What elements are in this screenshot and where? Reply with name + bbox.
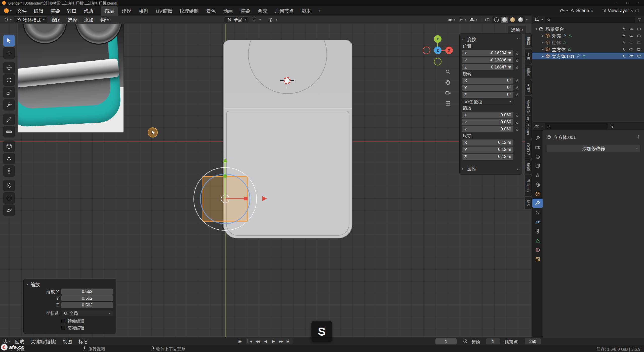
tool-cursor[interactable] xyxy=(3,47,15,59)
lock-icon[interactable] xyxy=(515,113,519,117)
eye-icon[interactable] xyxy=(629,54,634,58)
filter-icon[interactable] xyxy=(610,124,614,128)
tool-randomize[interactable] xyxy=(3,180,15,191)
camera-icon[interactable] xyxy=(637,47,641,52)
camera-icon[interactable] xyxy=(637,54,641,58)
tab-scene[interactable] xyxy=(532,171,543,180)
selectable-icon[interactable] xyxy=(622,41,626,44)
next-keyframe-button[interactable]: ▶▶ xyxy=(277,338,285,344)
end-frame-field[interactable]: 250 xyxy=(525,338,541,344)
gizmo-y-axis-arrow[interactable] xyxy=(223,158,227,162)
rotation-x-field[interactable]: X0° xyxy=(462,78,513,84)
menu-edit[interactable]: 编辑 xyxy=(30,6,47,16)
tab-render[interactable] xyxy=(532,143,543,152)
workspace-tab-modeling[interactable]: 建模 xyxy=(118,6,135,16)
gizmos-dropdown[interactable]: ▾ xyxy=(457,17,467,22)
tool-extrude[interactable] xyxy=(3,165,15,177)
tab-physics[interactable] xyxy=(532,217,543,227)
menu-add[interactable]: 添加 xyxy=(81,16,96,23)
workspace-tab-scripting[interactable]: 脚本 xyxy=(298,6,315,16)
tab-particles[interactable] xyxy=(532,208,543,217)
current-frame-field[interactable]: 1 xyxy=(435,338,457,344)
n-tab-edit[interactable]: 编辑 xyxy=(525,159,532,174)
menu-keying[interactable]: 关键帧(插帧) xyxy=(27,338,60,345)
lock-icon[interactable] xyxy=(515,120,519,124)
play-reverse-button[interactable]: ◀ xyxy=(261,338,269,344)
tool-shear[interactable] xyxy=(3,192,15,204)
axis-neg-y-ball[interactable] xyxy=(434,58,441,65)
n-tab-meshdeform-helper[interactable]: MeshDeform Helper xyxy=(525,96,532,139)
tab-view-layer[interactable] xyxy=(532,161,543,171)
workspace-tab-shading[interactable]: 着色 xyxy=(203,6,220,16)
add-workspace-button[interactable]: + xyxy=(315,6,325,16)
n-tab-m3[interactable]: M3 xyxy=(525,197,532,209)
selectable-icon[interactable] xyxy=(622,47,626,51)
menu-window[interactable]: 窗口 xyxy=(63,6,80,16)
tab-world[interactable] xyxy=(532,180,543,189)
start-frame-field[interactable]: 1 xyxy=(486,338,500,344)
tab-texture[interactable] xyxy=(532,255,543,264)
eye-icon[interactable] xyxy=(629,47,634,52)
n-tab-arp[interactable]: ARP xyxy=(525,80,532,95)
scene-name[interactable]: Scene xyxy=(576,8,589,13)
n-tab-tool[interactable]: 工具 xyxy=(525,49,532,64)
properties-search[interactable] xyxy=(545,123,608,129)
panel-grip-icon[interactable]: ∷ xyxy=(517,166,519,171)
workspace-tab-texpaint[interactable]: 纹理绘制 xyxy=(176,6,203,16)
xray-toggle[interactable] xyxy=(484,17,491,22)
camera-icon[interactable] xyxy=(637,27,641,31)
shading-material-button[interactable] xyxy=(509,17,516,23)
browse-scene-icon[interactable] xyxy=(560,8,565,13)
tool-add-cylinder[interactable] xyxy=(3,153,15,164)
jump-to-start-button[interactable]: ▏◀ xyxy=(246,338,254,344)
menu-file[interactable]: 文件 xyxy=(14,6,30,16)
selectable-icon[interactable] xyxy=(622,54,626,58)
workspace-tab-animation[interactable]: 动画 xyxy=(220,6,237,16)
lock-icon[interactable] xyxy=(515,58,519,62)
rotation-y-field[interactable]: Y0° xyxy=(462,85,513,91)
viewlayer-name[interactable]: ViewLayer xyxy=(608,8,629,13)
resize-z-field[interactable]: 0.562 xyxy=(61,302,113,308)
shading-wireframe-button[interactable] xyxy=(493,17,500,23)
orientation-dropdown[interactable]: 全局 ▾ xyxy=(225,16,249,23)
unlink-scene-icon[interactable]: × xyxy=(591,9,593,13)
tab-object-data[interactable] xyxy=(532,236,543,245)
tool-select-box[interactable] xyxy=(3,35,15,47)
tool-move[interactable] xyxy=(3,62,15,74)
operator-panel-header[interactable]: ▾ 缩放 xyxy=(27,280,113,288)
tool-annotate[interactable] xyxy=(3,114,15,125)
tab-output[interactable] xyxy=(532,152,543,161)
outliner-row-cube-001[interactable]: ▸ 立方体.001 xyxy=(532,53,644,59)
tab-tool[interactable] xyxy=(532,133,543,143)
camera-icon[interactable] xyxy=(637,33,641,38)
dim-y-field[interactable]: Y0.12 m xyxy=(462,147,513,153)
outliner-editor-icon[interactable] xyxy=(534,17,539,22)
properties-editor-icon[interactable] xyxy=(534,124,539,129)
eye-icon[interactable] xyxy=(629,27,634,31)
gizmo-x-axis-arrow[interactable] xyxy=(262,196,267,201)
minimize-button[interactable]: ─ xyxy=(611,0,622,6)
navigation-gizmo[interactable]: Y X Z xyxy=(423,35,453,65)
resize-y-field[interactable]: 0.562 xyxy=(61,295,113,301)
tab-object[interactable] xyxy=(532,189,543,199)
object-visibility-dropdown[interactable]: ▾ xyxy=(446,17,456,22)
outliner-search[interactable] xyxy=(545,17,635,23)
proportional-options-caret[interactable]: ▾ xyxy=(276,18,277,21)
tool-scale[interactable] xyxy=(3,87,15,98)
expand-caret-icon[interactable]: ▸ xyxy=(542,34,544,37)
tab-modifiers[interactable] xyxy=(532,199,543,208)
record-button[interactable]: ◉ xyxy=(236,338,244,344)
workspace-tab-compositing[interactable]: 合成 xyxy=(254,6,271,16)
outliner-row-cube[interactable]: ▸ 立方体 xyxy=(532,46,644,53)
outliner-search-input[interactable] xyxy=(552,17,633,22)
dim-x-field[interactable]: X0.12 m xyxy=(462,139,513,146)
n-tab-philogix[interactable]: Philogix xyxy=(525,175,532,196)
play-button[interactable]: ▶ xyxy=(269,338,277,344)
lock-icon[interactable] xyxy=(515,86,519,90)
axis-x-ball[interactable]: X xyxy=(445,47,453,54)
menu-select[interactable]: 选择 xyxy=(65,16,80,23)
outliner-row-shell[interactable]: ▸ 外壳 xyxy=(532,32,644,39)
axis-y-ball[interactable]: Y xyxy=(434,35,441,43)
zoom-button[interactable] xyxy=(443,66,452,77)
lock-icon[interactable] xyxy=(515,79,519,83)
